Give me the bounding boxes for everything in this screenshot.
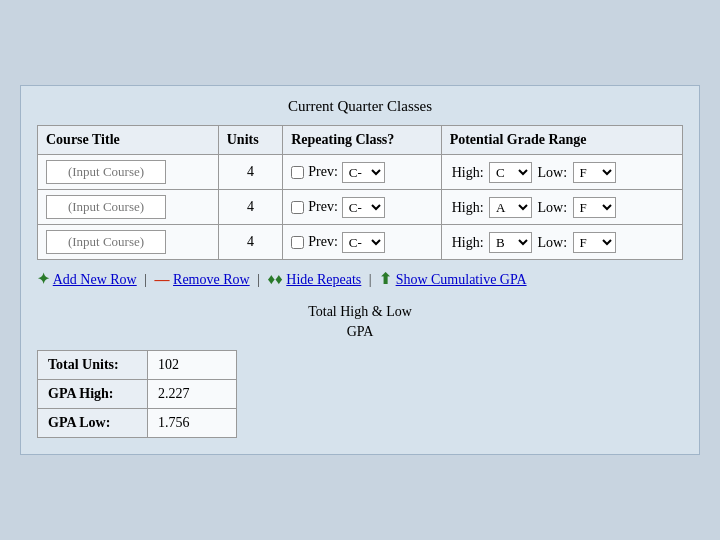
high-grade-select-1[interactable]: A+AA-B+BB-C+CC-D+DD-F	[489, 197, 532, 218]
summary-section: Total High & Low GPA Total Units:102GPA …	[37, 302, 683, 437]
hide-repeats-button[interactable]: Hide Repeats	[286, 272, 361, 287]
summary-label-1: GPA High:	[38, 379, 148, 408]
page-title: Current Quarter Classes	[37, 98, 683, 115]
grade-range-cell-1: High: A+AA-B+BB-C+CC-D+DD-F Low: A+AA-B+…	[441, 190, 682, 225]
high-grade-select-0[interactable]: A+AA-B+BB-C+CC-D+DD-F	[489, 162, 532, 183]
sep-3: |	[369, 272, 375, 287]
summary-title: Total High & Low GPA	[37, 302, 683, 341]
prev-label-1: Prev:	[308, 199, 338, 215]
col-header-repeating: Repeating Class?	[283, 126, 441, 155]
repeating-checkbox-0[interactable]	[291, 166, 304, 179]
units-cell-2: 4	[218, 225, 283, 260]
repeating-checkbox-2[interactable]	[291, 236, 304, 249]
low-grade-select-1[interactable]: A+AA-B+BB-C+CC-D+DD-F	[573, 197, 616, 218]
table-row: 4 Prev: A+AA-B+BB-C+CC-D+DD-FHigh: A+AA-…	[38, 225, 683, 260]
course-input-1[interactable]	[46, 195, 166, 219]
prev-grade-select-0[interactable]: A+AA-B+BB-C+CC-D+DD-F	[342, 162, 385, 183]
low-label-2: Low:	[534, 235, 571, 250]
add-row-button[interactable]: Add New Row	[53, 272, 137, 287]
remove-row-button[interactable]: Remove Row	[173, 272, 250, 287]
show-cumulative-gpa-button[interactable]: Show Cumulative GPA	[396, 272, 527, 287]
repeating-cell-1: Prev: A+AA-B+BB-C+CC-D+DD-F	[283, 190, 441, 225]
col-header-course: Course Title	[38, 126, 219, 155]
add-row-icon: ✦	[37, 271, 50, 287]
summary-label-2: GPA Low:	[38, 408, 148, 437]
repeating-checkbox-1[interactable]	[291, 201, 304, 214]
units-cell-1: 4	[218, 190, 283, 225]
high-grade-select-2[interactable]: A+AA-B+BB-C+CC-D+DD-F	[489, 232, 532, 253]
table-row: 4 Prev: A+AA-B+BB-C+CC-D+DD-FHigh: A+AA-…	[38, 155, 683, 190]
prev-label-2: Prev:	[308, 234, 338, 250]
high-label-2: High:	[452, 235, 487, 250]
low-label-1: Low:	[534, 200, 571, 215]
grade-range-cell-0: High: A+AA-B+BB-C+CC-D+DD-F Low: A+AA-B+…	[441, 155, 682, 190]
prev-label-0: Prev:	[308, 164, 338, 180]
repeating-cell-0: Prev: A+AA-B+BB-C+CC-D+DD-F	[283, 155, 441, 190]
low-label-0: Low:	[534, 165, 571, 180]
high-label-1: High:	[452, 200, 487, 215]
summary-row: GPA Low:1.756	[38, 408, 237, 437]
prev-grade-select-2[interactable]: A+AA-B+BB-C+CC-D+DD-F	[342, 232, 385, 253]
table-row: 4 Prev: A+AA-B+BB-C+CC-D+DD-FHigh: A+AA-…	[38, 190, 683, 225]
col-header-grade-range: Potential Grade Range	[441, 126, 682, 155]
prev-grade-select-1[interactable]: A+AA-B+BB-C+CC-D+DD-F	[342, 197, 385, 218]
units-cell-0: 4	[218, 155, 283, 190]
summary-table: Total Units:102GPA High:2.227GPA Low:1.7…	[37, 350, 237, 438]
summary-value-0: 102	[148, 350, 237, 379]
main-container: Current Quarter Classes Course Title Uni…	[20, 85, 700, 454]
remove-row-icon: —	[155, 271, 170, 287]
summary-row: GPA High:2.227	[38, 379, 237, 408]
col-header-units: Units	[218, 126, 283, 155]
repeating-cell-2: Prev: A+AA-B+BB-C+CC-D+DD-F	[283, 225, 441, 260]
table-header-row: Course Title Units Repeating Class? Pote…	[38, 126, 683, 155]
show-cumulative-icon: ⬆	[379, 271, 392, 287]
summary-row: Total Units:102	[38, 350, 237, 379]
sep-2: |	[257, 272, 263, 287]
low-grade-select-2[interactable]: A+AA-B+BB-C+CC-D+DD-F	[573, 232, 616, 253]
summary-value-1: 2.227	[148, 379, 237, 408]
summary-value-2: 1.756	[148, 408, 237, 437]
summary-label-0: Total Units:	[38, 350, 148, 379]
grade-range-cell-2: High: A+AA-B+BB-C+CC-D+DD-F Low: A+AA-B+…	[441, 225, 682, 260]
sep-1: |	[144, 272, 150, 287]
hide-repeats-icon: ♦♦	[267, 271, 282, 287]
course-table: Course Title Units Repeating Class? Pote…	[37, 125, 683, 260]
actions-row: ✦ Add New Row | — Remove Row | ♦♦ Hide R…	[37, 270, 683, 288]
low-grade-select-0[interactable]: A+AA-B+BB-C+CC-D+DD-F	[573, 162, 616, 183]
course-input-2[interactable]	[46, 230, 166, 254]
course-input-0[interactable]	[46, 160, 166, 184]
high-label-0: High:	[452, 165, 487, 180]
